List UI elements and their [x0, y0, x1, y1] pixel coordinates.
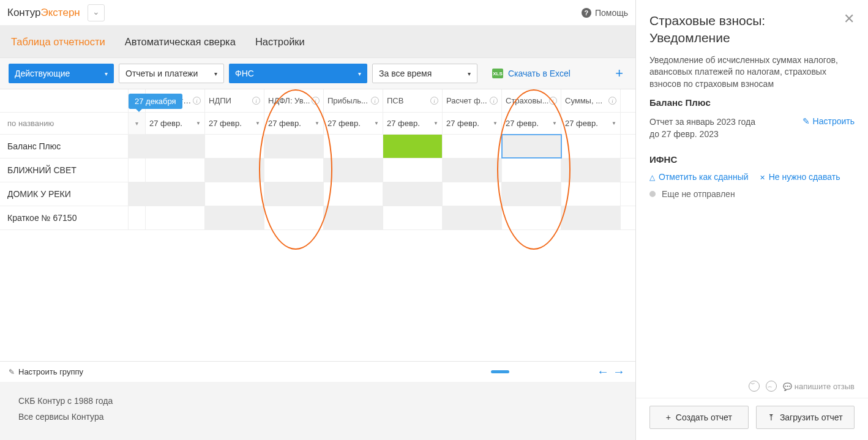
grid-cell[interactable] [561, 182, 621, 206]
excel-icon: XLS [492, 69, 503, 78]
info-icon[interactable]: i [312, 97, 320, 105]
footer-line1[interactable]: СКБ Контур с 1988 года [18, 393, 617, 409]
column-header[interactable]: Прибыль...i [324, 89, 383, 112]
column-header[interactable]: Расчет ф...i [443, 89, 502, 112]
column-date-filter[interactable]: 27 февр.▼ [443, 113, 502, 134]
name-sort[interactable]: по названию [0, 113, 129, 134]
grid-cell[interactable] [205, 158, 264, 182]
grid-cell[interactable] [264, 182, 324, 206]
feedback-comment[interactable]: напишите отзыв [783, 382, 855, 391]
grid-cell[interactable] [264, 206, 324, 229]
grid-cell[interactable] [264, 158, 324, 182]
grid-cell[interactable] [205, 206, 264, 229]
feedback-positive-icon[interactable] [749, 381, 760, 392]
grid-cell[interactable] [205, 135, 264, 158]
product-switcher[interactable] [88, 4, 105, 21]
column-date-filter[interactable]: 27 февр.▼ [383, 113, 443, 134]
extra-col-sub[interactable]: ▾ [129, 113, 146, 134]
grid-cell[interactable] [443, 135, 502, 158]
grid-cell[interactable] [146, 158, 205, 182]
grid-cell[interactable] [146, 206, 205, 229]
grid-cell[interactable] [502, 158, 561, 182]
grid-cell[interactable] [146, 182, 205, 206]
grid-cell[interactable] [205, 182, 264, 206]
feedback-negative-icon[interactable] [766, 381, 777, 392]
filter-status[interactable]: Действующие▾ [9, 64, 114, 83]
grid-cell[interactable] [324, 206, 383, 229]
scrollbar-thumb[interactable] [491, 370, 509, 373]
footer-line2[interactable]: Все сервисы Контура [18, 409, 617, 425]
grid-cell[interactable] [502, 135, 561, 158]
column-date-filter[interactable]: 27 февр.▼ [205, 113, 264, 134]
column-header[interactable]: Суммы, ...i [561, 89, 621, 112]
info-icon[interactable]: i [193, 97, 201, 105]
row-name[interactable]: Краткое № 67150 [0, 206, 129, 229]
row-name[interactable]: ДОМИК У РЕКИ [0, 182, 129, 206]
column-header[interactable]: ПСВi [383, 89, 443, 112]
grid-cell[interactable] [561, 206, 621, 229]
grid-cell[interactable] [502, 182, 561, 206]
column-header[interactable]: НДПИi [205, 89, 264, 112]
row-extra-cell[interactable] [129, 206, 146, 229]
column-date-filter[interactable]: 27 февр.▼ [146, 113, 205, 134]
caret-down-icon: ▼ [374, 121, 379, 126]
create-report-button[interactable]: +Создать отчет [649, 406, 749, 429]
column-date-filter[interactable]: 27 февр.▼ [502, 113, 561, 134]
no-need-action[interactable]: Не нужно сдавать [760, 172, 840, 182]
row-extra-cell[interactable] [129, 158, 146, 182]
grid-cell[interactable] [324, 135, 383, 158]
row-extra-cell[interactable] [129, 182, 146, 206]
logo[interactable]: КонтурЭкстерн [7, 7, 80, 19]
upload-report-button[interactable]: ⤒Загрузить отчет [756, 406, 855, 429]
scroll-left[interactable]: ← [595, 365, 611, 379]
column-header[interactable]: НДФЛ: Ув...i [264, 89, 324, 112]
grid-cell[interactable] [443, 182, 502, 206]
main-tabs: Таблица отчетности Автоматическая сверка… [0, 26, 635, 58]
grid-cell[interactable] [443, 158, 502, 182]
filter-period[interactable]: За все время▾ [372, 64, 477, 83]
grid-cell[interactable] [324, 158, 383, 182]
grid-cell[interactable] [383, 135, 443, 158]
tab-reporting[interactable]: Таблица отчетности [11, 36, 105, 48]
date-badge: 27 декабря [129, 94, 182, 109]
grid-cell[interactable] [264, 135, 324, 158]
row-name[interactable]: Баланс Плюс [0, 135, 129, 158]
filter-authority[interactable]: ФНС▾ [229, 64, 367, 83]
info-icon[interactable]: i [430, 97, 438, 105]
grid-footer: Настроить группу ← → [0, 361, 635, 382]
tab-reconciliation[interactable]: Автоматическая сверка [125, 36, 236, 48]
grid-cell[interactable] [561, 135, 621, 158]
info-icon[interactable]: i [608, 97, 616, 105]
add-button[interactable]: + [612, 65, 627, 81]
info-icon[interactable]: i [549, 97, 557, 105]
info-icon[interactable]: i [490, 97, 498, 105]
grid-cell[interactable] [443, 206, 502, 229]
tab-settings[interactable]: Настройки [255, 36, 305, 48]
pencil-icon: ✎ [803, 116, 810, 126]
grid-cell[interactable] [324, 182, 383, 206]
panel-section: ИФНС [636, 141, 868, 165]
info-icon[interactable]: i [371, 97, 379, 105]
grid-cell[interactable] [146, 135, 205, 158]
configure-group[interactable]: Настроить группу [9, 367, 83, 376]
filter-type[interactable]: Отчеты и платежи▾ [119, 64, 224, 83]
grid-cell[interactable] [383, 206, 443, 229]
grid-cell[interactable] [383, 182, 443, 206]
row-extra-cell[interactable] [129, 135, 146, 158]
chevron-down-icon: ▾ [468, 70, 471, 77]
grid-cell[interactable] [383, 158, 443, 182]
info-icon[interactable]: i [252, 97, 260, 105]
scroll-right[interactable]: → [611, 365, 627, 379]
panel-configure[interactable]: ✎ Настроить [803, 116, 855, 126]
close-icon[interactable]: ✕ [844, 12, 855, 47]
column-header[interactable]: Страховы...i [502, 89, 561, 112]
grid-cell[interactable] [502, 206, 561, 229]
column-date-filter[interactable]: 27 февр.▼ [264, 113, 324, 134]
grid-cell[interactable] [561, 158, 621, 182]
row-name[interactable]: БЛИЖНИЙ СВЕТ [0, 158, 129, 182]
download-excel[interactable]: XLS Скачать в Excel [492, 69, 571, 78]
column-date-filter[interactable]: 27 февр.▼ [324, 113, 383, 134]
mark-done-action[interactable]: Отметить как сданный [649, 172, 749, 182]
help-link[interactable]: ? Помощь [582, 8, 628, 18]
column-date-filter[interactable]: 27 февр.▼ [561, 113, 621, 134]
